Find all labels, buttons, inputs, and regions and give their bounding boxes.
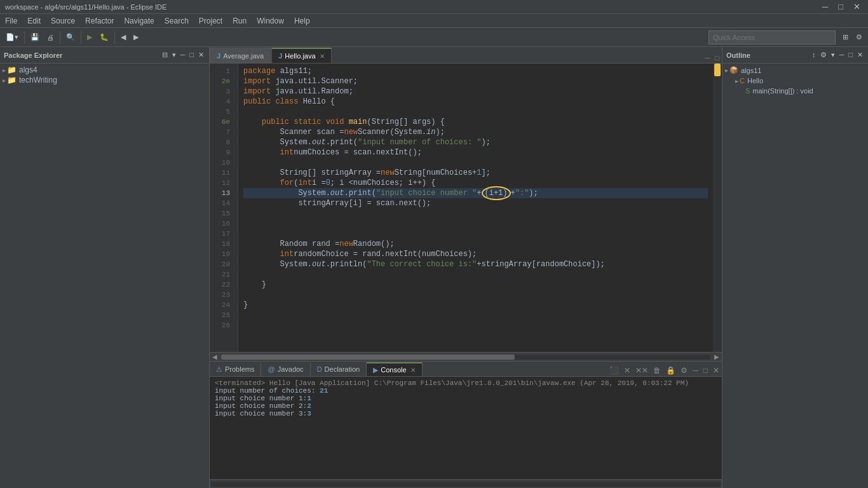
maximize-button[interactable]: □ bbox=[836, 2, 846, 11]
bottom-panel: ⚠ Problems @ Javadoc D Declaration ▶ Con… bbox=[210, 361, 722, 488]
code-line-3: import java.util.Random; bbox=[243, 86, 708, 97]
outline-label-main: main(String[]) : void bbox=[752, 87, 813, 95]
ln-1: 1 bbox=[210, 66, 233, 76]
ln-9: 9 bbox=[210, 147, 233, 158]
console-max-btn[interactable]: □ bbox=[701, 365, 710, 376]
close-button[interactable]: ✕ bbox=[851, 2, 863, 11]
new-button[interactable]: 📄▾ bbox=[3, 31, 22, 43]
ln-15: 15 bbox=[210, 208, 233, 219]
console-remove-btn[interactable]: ✕✕ bbox=[633, 365, 651, 376]
outline-label-hello: Hello bbox=[747, 77, 763, 85]
java-file-icon-average: J bbox=[217, 52, 220, 60]
ln-16: 16 bbox=[210, 219, 233, 229]
folder-icon-techwriting: 📁 bbox=[7, 76, 17, 85]
tab-label-declaration: Declaration bbox=[325, 365, 360, 373]
package-explorer-actions: ⊟ ▾ ─ □ ✕ bbox=[161, 50, 205, 60]
code-content[interactable]: package algs11; import java.util.Scanner… bbox=[238, 64, 713, 352]
save-button[interactable]: 💾 bbox=[27, 31, 43, 43]
editor-min-btn[interactable]: ─ bbox=[703, 53, 713, 63]
code-line-9: int numChoices = scan.nextInt(); bbox=[243, 147, 708, 158]
menu-refactor[interactable]: Refactor bbox=[80, 14, 119, 27]
outline-close-btn[interactable]: ✕ bbox=[856, 50, 864, 60]
console-icon: ▶ bbox=[373, 366, 378, 374]
tab-label-console: Console bbox=[381, 366, 406, 374]
tab-javadoc[interactable]: @ Javadoc bbox=[261, 362, 310, 376]
hscroll-left[interactable]: ◀ bbox=[210, 353, 220, 360]
pe-collapse-btn[interactable]: ⊟ bbox=[161, 50, 169, 60]
outline-item-hello[interactable]: ▸ C Hello bbox=[722, 76, 868, 86]
menu-source[interactable]: Source bbox=[46, 14, 80, 27]
menu-help[interactable]: Help bbox=[289, 14, 315, 27]
ln-7: 7 bbox=[210, 127, 233, 137]
outline-item-algs11[interactable]: ▸ 📦 algs11 bbox=[722, 65, 868, 76]
outline-sort-btn[interactable]: ↕ bbox=[811, 50, 817, 60]
outline-filter-btn[interactable]: ⚙ bbox=[819, 50, 828, 60]
line-numbers: 1 2⊖ 3 4 5 6⊖ 7 8 9 10 11 12 13 14 15 16 bbox=[210, 64, 238, 352]
console-clear-btn[interactable]: 🗑 bbox=[651, 365, 663, 376]
annotation-circle: (i+1) bbox=[482, 186, 511, 200]
kw-import-2: import bbox=[243, 86, 271, 97]
ln-26: 26 bbox=[210, 320, 233, 330]
console-terminated-line: <terminated> Hello [Java Application] C:… bbox=[215, 379, 717, 387]
console-hscrollbar[interactable] bbox=[210, 479, 722, 488]
pe-menu-btn[interactable]: ▾ bbox=[171, 50, 177, 60]
outline-menu-btn[interactable]: ▾ bbox=[830, 50, 836, 60]
menu-window[interactable]: Window bbox=[252, 14, 289, 27]
menu-run[interactable]: Run bbox=[227, 14, 252, 27]
outline-min-btn[interactable]: ─ bbox=[838, 50, 846, 60]
pe-max-btn[interactable]: □ bbox=[188, 50, 195, 60]
menu-file[interactable]: File bbox=[0, 14, 22, 27]
tab-hello-java[interactable]: J Hello.java ✕ bbox=[271, 48, 331, 63]
code-line-18: Random rand = new Random(); bbox=[243, 239, 708, 249]
tab-console[interactable]: ▶ Console ✕ bbox=[367, 362, 422, 376]
console-output-line-2: input choice number 1:1 bbox=[215, 395, 717, 402]
tab-problems[interactable]: ⚠ Problems bbox=[210, 362, 261, 376]
quick-access-input[interactable] bbox=[709, 30, 836, 44]
outline-actions: ↕ ⚙ ▾ ─ □ ✕ bbox=[811, 50, 864, 60]
search-button[interactable]: 🔍 bbox=[63, 31, 78, 43]
console-close-btn[interactable]: ✕ bbox=[710, 365, 722, 376]
tree-item-algs4[interactable]: ▸ 📁 algs4 bbox=[0, 65, 209, 75]
prev-button[interactable]: ◀ bbox=[118, 31, 129, 43]
next-button[interactable]: ▶ bbox=[130, 31, 142, 43]
ln-25: 25 bbox=[210, 310, 233, 320]
code-line-7: Scanner scan = new Scanner(System.in); bbox=[243, 127, 708, 137]
hscroll-right[interactable]: ▶ bbox=[712, 353, 722, 360]
code-line-26 bbox=[243, 320, 708, 330]
tree-item-techwriting[interactable]: ▸ 📁 techWriting bbox=[0, 75, 209, 85]
javadoc-icon: @ bbox=[268, 365, 275, 373]
menu-navigate[interactable]: Navigate bbox=[119, 14, 159, 27]
run-button[interactable]: ▶ bbox=[84, 31, 95, 43]
tab-declaration[interactable]: D Declaration bbox=[311, 362, 367, 376]
menu-edit[interactable]: Edit bbox=[22, 14, 46, 27]
toolbar: 📄▾ 💾 🖨 🔍 ▶ 🐛 ◀ ▶ ⊞ ⚙ bbox=[0, 28, 868, 47]
tab-close-console[interactable]: ✕ bbox=[410, 367, 416, 374]
console-min-btn[interactable]: ─ bbox=[690, 365, 701, 376]
menu-project[interactable]: Project bbox=[194, 14, 227, 27]
console-scroll-lock-btn[interactable]: 🔒 bbox=[663, 365, 678, 376]
perspectives-button[interactable]: ⊞ bbox=[839, 31, 851, 43]
toolbar-sep-2 bbox=[60, 31, 60, 44]
outline-max-btn[interactable]: □ bbox=[847, 50, 854, 60]
tab-average-java[interactable]: J Average.java bbox=[210, 48, 271, 63]
console-stop-btn[interactable]: ⬛ bbox=[607, 365, 621, 376]
tab-close-hello[interactable]: ✕ bbox=[320, 53, 325, 60]
ln-4: 4 bbox=[210, 97, 233, 107]
menu-search[interactable]: Search bbox=[159, 14, 194, 27]
debug-button[interactable]: 🐛 bbox=[97, 31, 112, 43]
pe-close-btn[interactable]: ✕ bbox=[197, 50, 205, 60]
print-button[interactable]: 🖨 bbox=[44, 32, 57, 43]
minimize-button[interactable]: ─ bbox=[820, 2, 831, 11]
console-terminate-btn[interactable]: ✕ bbox=[621, 365, 633, 376]
editor-mini-scrollbar[interactable] bbox=[713, 64, 722, 352]
pe-min-btn[interactable]: ─ bbox=[179, 50, 187, 60]
editor-max-btn[interactable]: □ bbox=[712, 53, 722, 63]
settings-button[interactable]: ⚙ bbox=[853, 31, 865, 43]
toolbar-sep-4 bbox=[114, 31, 115, 44]
console-settings-btn[interactable]: ⚙ bbox=[678, 365, 690, 376]
editor-hscrollbar[interactable]: ◀ ▶ bbox=[210, 352, 722, 361]
ln-22: 22 bbox=[210, 280, 233, 290]
outline-item-main[interactable]: S main(String[]) : void bbox=[722, 86, 868, 96]
package-icon-algs11: 📦 bbox=[729, 66, 738, 74]
editor-panel: J Average.java J Hello.java ✕ ─ □ 1 2⊖ 3 bbox=[210, 47, 722, 361]
